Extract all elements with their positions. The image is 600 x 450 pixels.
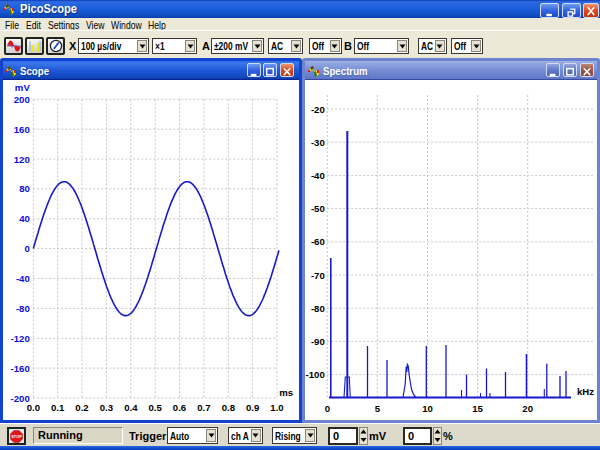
svg-text:0.4: 0.4 xyxy=(124,402,138,413)
svg-text:-100: -100 xyxy=(306,369,325,380)
svg-text:0.7: 0.7 xyxy=(197,402,210,413)
svg-text:STOP: STOP xyxy=(11,434,22,439)
svg-text:0.9: 0.9 xyxy=(246,402,259,413)
svg-text:0.5: 0.5 xyxy=(149,402,163,413)
svg-text:0: 0 xyxy=(24,243,29,254)
svg-text:-80: -80 xyxy=(311,303,325,314)
svg-text:0.1: 0.1 xyxy=(51,402,65,413)
svg-text:-70: -70 xyxy=(311,270,325,281)
svg-text:0.0: 0.0 xyxy=(27,402,40,413)
svg-text:-160: -160 xyxy=(11,363,30,374)
svg-text:0.6: 0.6 xyxy=(173,402,186,413)
svg-text:1.0: 1.0 xyxy=(270,402,283,413)
svg-text:-60: -60 xyxy=(311,236,325,247)
svg-text:-40: -40 xyxy=(16,273,30,284)
svg-text:200: 200 xyxy=(14,94,30,105)
svg-text:-30: -30 xyxy=(311,137,325,148)
svg-text:0: 0 xyxy=(325,403,330,414)
svg-text:-90: -90 xyxy=(311,336,325,347)
svg-text:20: 20 xyxy=(522,403,533,414)
svg-text:kHz: kHz xyxy=(577,386,594,397)
svg-text:15: 15 xyxy=(472,403,483,414)
svg-text:-50: -50 xyxy=(311,203,325,214)
svg-text:-120: -120 xyxy=(11,333,30,344)
svg-text:mV: mV xyxy=(15,82,31,93)
svg-text:-80: -80 xyxy=(16,303,30,314)
svg-text:40: 40 xyxy=(19,213,30,224)
svg-text:0.2: 0.2 xyxy=(75,402,88,413)
svg-text:80: 80 xyxy=(19,183,30,194)
svg-text:0.8: 0.8 xyxy=(222,402,236,413)
svg-text:160: 160 xyxy=(14,124,30,135)
svg-text:10: 10 xyxy=(422,403,433,414)
svg-text:-40: -40 xyxy=(311,170,325,181)
svg-text:ms: ms xyxy=(279,387,293,398)
svg-text:120: 120 xyxy=(14,154,30,165)
svg-text:0.3: 0.3 xyxy=(100,402,113,413)
svg-text:-20: -20 xyxy=(311,104,325,115)
svg-text:5: 5 xyxy=(375,403,381,414)
